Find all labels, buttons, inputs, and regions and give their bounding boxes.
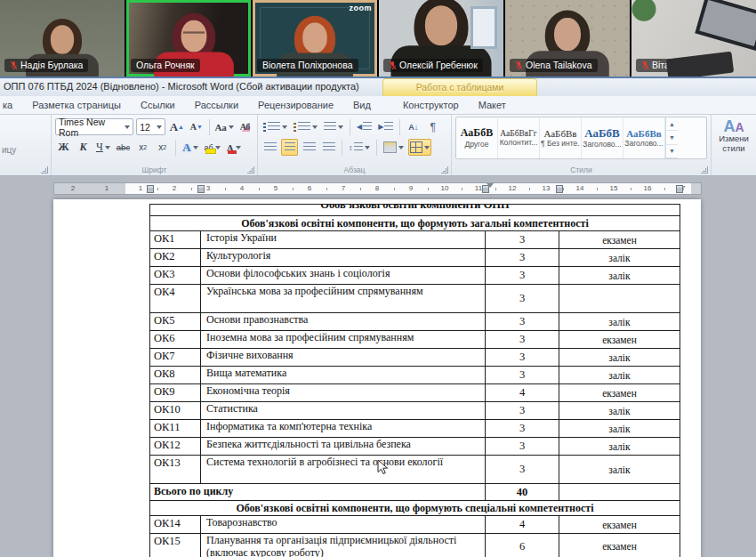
tab-разметка-страницы[interactable]: Разметка страницы: [22, 96, 131, 114]
shading-button[interactable]: [382, 139, 406, 156]
course-control-cell[interactable]: залік: [559, 249, 680, 266]
course-code-cell[interactable]: ОК15: [150, 534, 201, 557]
course-name-cell[interactable]: Українська мова за професійним спрямуван…: [201, 285, 486, 312]
course-control-cell[interactable]: залік: [559, 313, 680, 330]
align-left-button[interactable]: [261, 139, 278, 156]
course-name-cell[interactable]: Планування та організація підприємницько…: [201, 534, 486, 557]
course-control-cell[interactable]: залік: [559, 438, 680, 455]
course-credits-cell[interactable]: 3: [486, 349, 559, 366]
align-center-button[interactable]: [281, 139, 298, 156]
course-credits-cell[interactable]: 3: [486, 249, 559, 266]
table-section-header-row[interactable]: Обов'язкові освітні компоненти, що форму…: [150, 501, 680, 516]
course-credits-cell[interactable]: 3: [486, 367, 559, 383]
style-gallery-item[interactable]: АаБбВвГгКолонтит...: [498, 117, 540, 158]
participant-tile[interactable]: Олексій Гребенюк: [379, 0, 503, 77]
total-empty-cell[interactable]: [559, 484, 680, 500]
tab-рецензирование[interactable]: Рецензирование: [248, 96, 343, 114]
tab-вид[interactable]: Вид: [343, 96, 381, 114]
course-credits-cell[interactable]: 6: [486, 534, 559, 557]
course-credits-cell[interactable]: 4: [486, 384, 559, 401]
style-gallery-item[interactable]: АаБбВДругое: [456, 117, 498, 158]
course-code-cell[interactable]: ОК9: [150, 384, 201, 401]
decrease-indent-button[interactable]: ◀: [355, 118, 374, 135]
tab-конструктор[interactable]: Конструктор: [393, 96, 469, 114]
course-name-cell[interactable]: Фізичне виховання: [201, 349, 486, 366]
underline-button[interactable]: Ч: [94, 139, 112, 156]
course-credits-cell[interactable]: 3: [486, 313, 559, 330]
first-line-indent-marker[interactable]: [487, 183, 494, 188]
course-credits-cell[interactable]: 3: [486, 438, 559, 455]
increase-indent-button[interactable]: ▶: [376, 118, 395, 135]
tab-рассылки[interactable]: Рассылки: [185, 96, 248, 114]
course-control-cell[interactable]: екзамен: [559, 516, 680, 533]
course-control-cell[interactable]: [559, 285, 680, 312]
clear-formatting-button[interactable]: Аб: [237, 118, 253, 135]
bold-button[interactable]: Ж: [55, 139, 72, 156]
sort-button[interactable]: А↓: [405, 118, 422, 135]
course-name-cell[interactable]: Основи філософських знань і соціологія: [201, 267, 486, 284]
table-column-marker[interactable]: [147, 185, 154, 193]
section-header-text[interactable]: Обов'язкові освітні компоненти, що форму…: [150, 501, 680, 515]
tab-макет[interactable]: Макет: [469, 96, 516, 114]
course-credits-cell[interactable]: 3: [486, 420, 559, 437]
table-clipped-header-row[interactable]: Обов'язкові освітні компоненти ОПП: [150, 205, 680, 216]
text-effects-button[interactable]: А: [181, 139, 199, 156]
borders-button[interactable]: [408, 139, 431, 156]
course-code-cell[interactable]: ОК3: [150, 267, 201, 284]
tab-ссылки[interactable]: Ссылки: [131, 96, 185, 114]
course-control-cell[interactable]: залік: [559, 367, 680, 383]
shrink-font-button[interactable]: А▼: [188, 118, 205, 135]
italic-button[interactable]: К: [75, 139, 92, 156]
course-code-cell[interactable]: ОК7: [150, 349, 201, 366]
course-credits-cell[interactable]: 3: [486, 402, 559, 419]
section-header-text[interactable]: Обов'язкові освітні компоненти, що форму…: [150, 216, 680, 230]
course-control-cell[interactable]: залік: [559, 402, 680, 419]
table-column-marker[interactable]: [676, 185, 683, 193]
course-control-cell[interactable]: екзамен: [559, 231, 680, 248]
line-spacing-button[interactable]: ↕: [347, 139, 372, 156]
total-credits-cell[interactable]: 40: [486, 484, 559, 500]
align-right-button[interactable]: [301, 139, 318, 156]
table-column-marker[interactable]: [556, 185, 563, 193]
course-name-cell[interactable]: Система технологій в агробізнесі та осно…: [201, 456, 486, 483]
gallery-scroll-button[interactable]: ▼: [666, 145, 678, 158]
gallery-scroll-button[interactable]: ▼: [666, 131, 678, 144]
course-name-cell[interactable]: Економічна теорія: [201, 384, 486, 401]
course-control-cell[interactable]: екзамен: [559, 534, 680, 557]
change-styles-button[interactable]: АА Измени стили: [712, 115, 756, 175]
participant-tile[interactable]: Віта...: [631, 0, 756, 77]
course-credits-cell[interactable]: 3: [486, 331, 559, 348]
gallery-scroll-button[interactable]: ▲: [666, 117, 678, 131]
course-code-cell[interactable]: ОК13: [150, 456, 201, 483]
course-code-cell[interactable]: ОК6: [150, 331, 201, 348]
grow-font-button[interactable]: А▲: [168, 118, 185, 135]
font-name-combo[interactable]: Times New Rom: [55, 118, 133, 135]
course-credits-cell[interactable]: 3: [486, 231, 559, 248]
course-code-cell[interactable]: ОК1: [150, 231, 201, 248]
subscript-button[interactable]: х2: [134, 139, 151, 156]
course-credits-cell[interactable]: 3: [486, 267, 559, 284]
course-control-cell[interactable]: залік: [559, 349, 680, 366]
course-name-cell[interactable]: Культурологія: [201, 249, 486, 266]
course-control-cell[interactable]: залік: [559, 420, 680, 437]
course-code-cell[interactable]: ОК4: [150, 285, 201, 312]
numbering-button[interactable]: [292, 118, 319, 135]
participant-tile[interactable]: Olena Tailakova: [505, 0, 630, 77]
course-code-cell[interactable]: ОК2: [150, 249, 201, 266]
tab-ка[interactable]: ка: [0, 96, 22, 114]
bullets-button[interactable]: [261, 118, 289, 135]
dialog-launcher-icon[interactable]: [701, 166, 708, 174]
font-size-combo[interactable]: 12: [136, 118, 165, 135]
style-gallery-item[interactable]: АаБбВЗаголово...: [582, 117, 623, 158]
course-name-cell[interactable]: Основи правознавства: [201, 313, 486, 330]
style-gallery-item[interactable]: АаБбВв¶ Без инте...: [540, 117, 582, 158]
dialog-launcher-icon[interactable]: [41, 166, 48, 174]
course-name-cell[interactable]: Іноземна мова за професійним спрямування…: [201, 331, 486, 348]
course-code-cell[interactable]: ОК10: [150, 402, 201, 419]
show-formatting-marks-button[interactable]: ¶: [424, 118, 441, 135]
course-control-cell[interactable]: екзамен: [559, 384, 680, 401]
table-column-marker[interactable]: [197, 185, 205, 193]
course-control-cell[interactable]: екзамен: [559, 331, 680, 348]
participant-tile[interactable]: Віолета Поліхроноваzoom: [253, 0, 377, 77]
course-name-cell[interactable]: Інформатика та комп'ютерна техніка: [201, 420, 486, 437]
